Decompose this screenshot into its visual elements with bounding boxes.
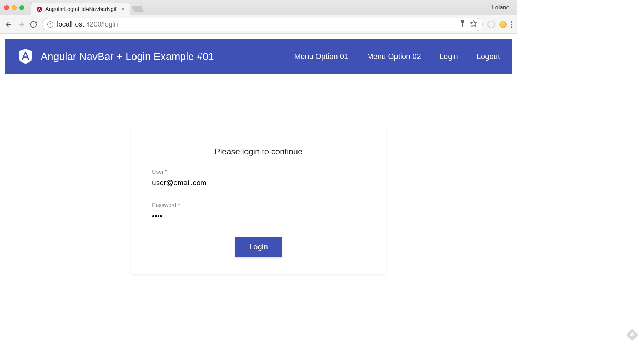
login-button[interactable]: Login bbox=[235, 237, 282, 257]
svg-rect-3 bbox=[462, 23, 463, 27]
tab-title: AngularLoginHideNavbarNgif bbox=[45, 6, 117, 12]
window-controls bbox=[4, 5, 24, 10]
address-bar: i localhost:4200/login bbox=[0, 15, 517, 34]
tab-bar: AngularLoginHideNavbarNgif × Loiane bbox=[0, 0, 517, 15]
save-password-icon[interactable] bbox=[460, 20, 465, 29]
maximize-window-button[interactable] bbox=[19, 5, 24, 10]
angular-icon bbox=[36, 6, 42, 12]
page-content: Angular NavBar + Login Example #01 Menu … bbox=[0, 34, 517, 279]
browser-menu-icon[interactable] bbox=[511, 21, 512, 28]
url-text: localhost:4200/login bbox=[57, 20, 118, 28]
browser-chrome: AngularLoginHideNavbarNgif × Loiane i lo… bbox=[0, 0, 517, 34]
url-input[interactable]: i localhost:4200/login bbox=[42, 18, 483, 31]
password-field: Password * bbox=[152, 202, 365, 223]
url-host: localhost: bbox=[57, 20, 86, 28]
extension-2-icon[interactable] bbox=[499, 21, 507, 28]
close-tab-icon[interactable]: × bbox=[121, 6, 125, 13]
bookmark-star-icon[interactable] bbox=[470, 20, 477, 29]
login-heading: Please login to continue bbox=[152, 147, 365, 156]
user-field: User * bbox=[152, 169, 365, 190]
reload-button[interactable] bbox=[30, 21, 37, 28]
password-input[interactable] bbox=[152, 211, 365, 223]
navbar-title: Angular NavBar + Login Example #01 bbox=[41, 51, 214, 62]
close-window-button[interactable] bbox=[4, 5, 9, 10]
nav-login[interactable]: Login bbox=[440, 52, 458, 61]
url-path: 4200/login bbox=[86, 20, 118, 28]
login-card: Please login to continue User * Password… bbox=[131, 126, 386, 274]
svg-rect-2 bbox=[461, 20, 464, 23]
user-label: User * bbox=[152, 169, 365, 175]
url-actions bbox=[460, 20, 477, 29]
app-navbar: Angular NavBar + Login Example #01 Menu … bbox=[5, 39, 512, 74]
site-info-icon[interactable]: i bbox=[47, 21, 53, 28]
angular-logo-icon bbox=[17, 48, 34, 65]
user-input[interactable] bbox=[152, 177, 365, 190]
password-label: Password * bbox=[152, 202, 365, 208]
new-tab-button[interactable] bbox=[132, 6, 144, 12]
extensions bbox=[487, 21, 512, 28]
minimize-window-button[interactable] bbox=[12, 5, 17, 10]
svg-marker-4 bbox=[471, 20, 477, 27]
back-button[interactable] bbox=[5, 21, 12, 28]
navbar-links: Menu Option 01 Menu Option 02 Login Logo… bbox=[294, 52, 500, 61]
profile-label[interactable]: Loiane bbox=[492, 4, 513, 11]
forward-button[interactable] bbox=[17, 21, 25, 28]
extension-1-icon[interactable] bbox=[487, 21, 495, 28]
nav-menu-option-01[interactable]: Menu Option 01 bbox=[294, 52, 349, 61]
browser-tab[interactable]: AngularLoginHideNavbarNgif × bbox=[31, 3, 130, 15]
nav-logout[interactable]: Logout bbox=[477, 52, 500, 61]
nav-menu-option-02[interactable]: Menu Option 02 bbox=[367, 52, 421, 61]
